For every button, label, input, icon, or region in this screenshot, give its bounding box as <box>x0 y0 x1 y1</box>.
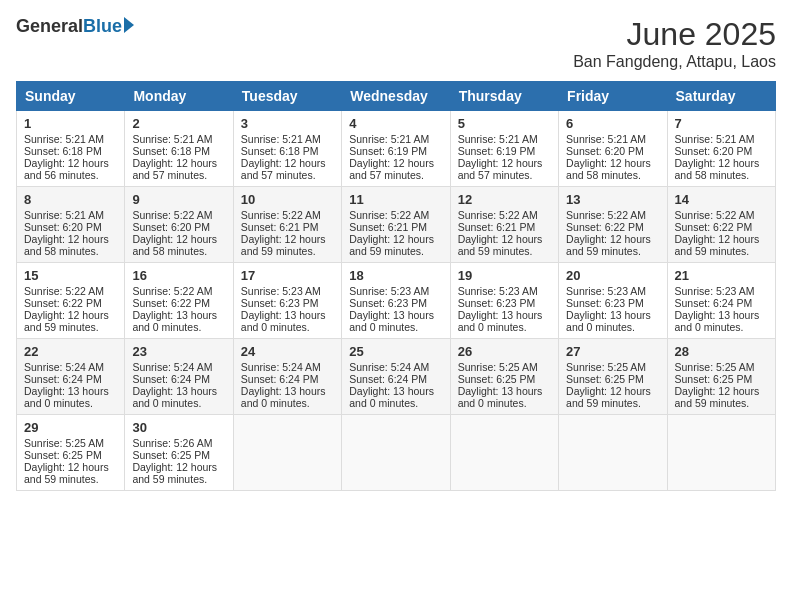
sunset-text: Sunset: 6:25 PM <box>458 373 536 385</box>
calendar-cell <box>559 415 667 491</box>
sunrise-text: Sunrise: 5:21 AM <box>458 133 538 145</box>
sunrise-text: Sunrise: 5:22 AM <box>132 285 212 297</box>
sunset-text: Sunset: 6:23 PM <box>566 297 644 309</box>
day-number: 5 <box>458 116 551 131</box>
sunset-text: Sunset: 6:21 PM <box>458 221 536 233</box>
sunset-text: Sunset: 6:19 PM <box>349 145 427 157</box>
sunrise-text: Sunrise: 5:24 AM <box>349 361 429 373</box>
day-number: 26 <box>458 344 551 359</box>
daylight-text: Daylight: 12 hours and 59 minutes. <box>675 233 760 257</box>
sunrise-text: Sunrise: 5:21 AM <box>566 133 646 145</box>
sunset-text: Sunset: 6:22 PM <box>675 221 753 233</box>
sunset-text: Sunset: 6:22 PM <box>566 221 644 233</box>
sunset-text: Sunset: 6:24 PM <box>675 297 753 309</box>
day-number: 2 <box>132 116 225 131</box>
day-number: 28 <box>675 344 768 359</box>
sunrise-text: Sunrise: 5:22 AM <box>458 209 538 221</box>
day-number: 17 <box>241 268 334 283</box>
sunrise-text: Sunrise: 5:23 AM <box>349 285 429 297</box>
sunset-text: Sunset: 6:23 PM <box>241 297 319 309</box>
daylight-text: Daylight: 12 hours and 59 minutes. <box>566 233 651 257</box>
calendar-cell: 2 Sunrise: 5:21 AM Sunset: 6:18 PM Dayli… <box>125 111 233 187</box>
sunset-text: Sunset: 6:24 PM <box>241 373 319 385</box>
sunrise-text: Sunrise: 5:21 AM <box>349 133 429 145</box>
sunset-text: Sunset: 6:20 PM <box>566 145 644 157</box>
calendar-cell <box>450 415 558 491</box>
weekday-header: Monday <box>125 82 233 111</box>
daylight-text: Daylight: 12 hours and 56 minutes. <box>24 157 109 181</box>
sunrise-text: Sunrise: 5:22 AM <box>675 209 755 221</box>
day-number: 29 <box>24 420 117 435</box>
weekday-header: Sunday <box>17 82 125 111</box>
calendar-week-row: 29 Sunrise: 5:25 AM Sunset: 6:25 PM Dayl… <box>17 415 776 491</box>
day-number: 21 <box>675 268 768 283</box>
sunrise-text: Sunrise: 5:25 AM <box>458 361 538 373</box>
calendar-cell: 12 Sunrise: 5:22 AM Sunset: 6:21 PM Dayl… <box>450 187 558 263</box>
sunset-text: Sunset: 6:24 PM <box>24 373 102 385</box>
sunset-text: Sunset: 6:22 PM <box>24 297 102 309</box>
logo-arrow-icon <box>124 17 134 33</box>
daylight-text: Daylight: 13 hours and 0 minutes. <box>675 309 760 333</box>
calendar-cell: 16 Sunrise: 5:22 AM Sunset: 6:22 PM Dayl… <box>125 263 233 339</box>
daylight-text: Daylight: 12 hours and 59 minutes. <box>566 385 651 409</box>
day-number: 15 <box>24 268 117 283</box>
daylight-text: Daylight: 12 hours and 59 minutes. <box>349 233 434 257</box>
sunrise-text: Sunrise: 5:23 AM <box>675 285 755 297</box>
day-number: 30 <box>132 420 225 435</box>
weekday-header: Thursday <box>450 82 558 111</box>
day-number: 14 <box>675 192 768 207</box>
sunrise-text: Sunrise: 5:21 AM <box>675 133 755 145</box>
calendar-cell: 28 Sunrise: 5:25 AM Sunset: 6:25 PM Dayl… <box>667 339 775 415</box>
daylight-text: Daylight: 12 hours and 57 minutes. <box>349 157 434 181</box>
day-number: 10 <box>241 192 334 207</box>
logo-general-text: General <box>16 16 83 37</box>
calendar-cell: 29 Sunrise: 5:25 AM Sunset: 6:25 PM Dayl… <box>17 415 125 491</box>
sunrise-text: Sunrise: 5:21 AM <box>24 133 104 145</box>
calendar-week-row: 1 Sunrise: 5:21 AM Sunset: 6:18 PM Dayli… <box>17 111 776 187</box>
daylight-text: Daylight: 12 hours and 59 minutes. <box>241 233 326 257</box>
calendar-cell: 3 Sunrise: 5:21 AM Sunset: 6:18 PM Dayli… <box>233 111 341 187</box>
calendar-cell: 23 Sunrise: 5:24 AM Sunset: 6:24 PM Dayl… <box>125 339 233 415</box>
sunrise-text: Sunrise: 5:22 AM <box>241 209 321 221</box>
day-number: 24 <box>241 344 334 359</box>
day-number: 19 <box>458 268 551 283</box>
sunset-text: Sunset: 6:25 PM <box>675 373 753 385</box>
daylight-text: Daylight: 12 hours and 59 minutes. <box>132 461 217 485</box>
day-number: 1 <box>24 116 117 131</box>
logo: General Blue <box>16 16 134 37</box>
sunrise-text: Sunrise: 5:25 AM <box>24 437 104 449</box>
daylight-text: Daylight: 12 hours and 57 minutes. <box>241 157 326 181</box>
daylight-text: Daylight: 12 hours and 59 minutes. <box>24 461 109 485</box>
day-number: 20 <box>566 268 659 283</box>
daylight-text: Daylight: 12 hours and 59 minutes. <box>458 233 543 257</box>
calendar-cell: 14 Sunrise: 5:22 AM Sunset: 6:22 PM Dayl… <box>667 187 775 263</box>
sunrise-text: Sunrise: 5:22 AM <box>566 209 646 221</box>
daylight-text: Daylight: 12 hours and 58 minutes. <box>132 233 217 257</box>
title-block: June 2025 Ban Fangdeng, Attapu, Laos <box>573 16 776 71</box>
calendar-week-row: 8 Sunrise: 5:21 AM Sunset: 6:20 PM Dayli… <box>17 187 776 263</box>
day-number: 6 <box>566 116 659 131</box>
sunset-text: Sunset: 6:20 PM <box>132 221 210 233</box>
daylight-text: Daylight: 13 hours and 0 minutes. <box>458 309 543 333</box>
calendar-cell: 22 Sunrise: 5:24 AM Sunset: 6:24 PM Dayl… <box>17 339 125 415</box>
sunset-text: Sunset: 6:24 PM <box>349 373 427 385</box>
calendar-cell: 17 Sunrise: 5:23 AM Sunset: 6:23 PM Dayl… <box>233 263 341 339</box>
day-number: 23 <box>132 344 225 359</box>
sunset-text: Sunset: 6:18 PM <box>241 145 319 157</box>
sunrise-text: Sunrise: 5:26 AM <box>132 437 212 449</box>
sunrise-text: Sunrise: 5:25 AM <box>675 361 755 373</box>
sunrise-text: Sunrise: 5:24 AM <box>132 361 212 373</box>
calendar-week-row: 15 Sunrise: 5:22 AM Sunset: 6:22 PM Dayl… <box>17 263 776 339</box>
daylight-text: Daylight: 12 hours and 58 minutes. <box>675 157 760 181</box>
calendar-cell: 30 Sunrise: 5:26 AM Sunset: 6:25 PM Dayl… <box>125 415 233 491</box>
calendar-cell: 26 Sunrise: 5:25 AM Sunset: 6:25 PM Dayl… <box>450 339 558 415</box>
day-number: 8 <box>24 192 117 207</box>
sunrise-text: Sunrise: 5:21 AM <box>241 133 321 145</box>
calendar-cell <box>342 415 450 491</box>
sunset-text: Sunset: 6:21 PM <box>241 221 319 233</box>
sunrise-text: Sunrise: 5:21 AM <box>24 209 104 221</box>
daylight-text: Daylight: 13 hours and 0 minutes. <box>132 309 217 333</box>
calendar-table: SundayMondayTuesdayWednesdayThursdayFrid… <box>16 81 776 491</box>
sunrise-text: Sunrise: 5:23 AM <box>566 285 646 297</box>
sunset-text: Sunset: 6:25 PM <box>566 373 644 385</box>
